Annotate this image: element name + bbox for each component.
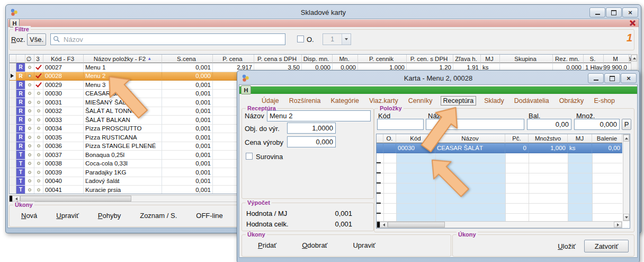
type-badge: T xyxy=(16,160,25,169)
action-button[interactable]: Upraviť xyxy=(56,212,78,220)
items-vscrollbar[interactable] xyxy=(623,134,630,221)
type-badge: T xyxy=(16,177,25,186)
tab[interactable]: Sklady xyxy=(482,97,506,105)
column-header[interactable]: Rez. mn. xyxy=(553,55,584,63)
window-title: Skladové karty xyxy=(7,8,639,16)
save-button[interactable]: Uložiť xyxy=(558,242,576,250)
minimize-button[interactable] xyxy=(589,7,605,18)
minimize-button[interactable] xyxy=(588,73,604,83)
column-header[interactable] xyxy=(16,55,25,63)
sort-arrow-icon: ▲ xyxy=(147,56,151,61)
scroll-right-icon[interactable] xyxy=(614,222,622,228)
tab[interactable]: Viaz.karty xyxy=(367,97,400,105)
tab[interactable]: E-shop xyxy=(592,97,617,105)
tab[interactable]: Dodávatelia xyxy=(512,97,551,105)
scroll-down-icon[interactable] xyxy=(623,214,629,221)
card-window-titlebar[interactable]: Karta - Menu 2, 00028 × xyxy=(239,72,638,84)
type-badge: R xyxy=(16,63,25,72)
app-icon xyxy=(241,74,249,82)
toolbar-strip: H xyxy=(239,86,637,94)
nazov-input[interactable] xyxy=(267,110,371,121)
clear-filter-icon[interactable] xyxy=(628,19,637,27)
p-button[interactable]: P xyxy=(622,119,631,130)
attachment-dot xyxy=(25,90,34,99)
page-selector[interactable]: 1 xyxy=(323,33,351,45)
cell-scena: 0,001 xyxy=(162,98,213,107)
column-header[interactable]: P. cena s DPH xyxy=(254,55,302,63)
column-header[interactable]: 3 xyxy=(34,55,43,63)
items-kod-input[interactable] xyxy=(377,119,424,130)
scroll-left-icon[interactable] xyxy=(12,196,20,202)
obj-input[interactable] xyxy=(287,123,336,134)
flag-cell xyxy=(34,98,43,107)
column-header[interactable]: P. cen. s DPH xyxy=(407,55,453,63)
column-header[interactable] xyxy=(10,55,16,63)
column-header[interactable]: S. xyxy=(584,55,604,63)
restore-button[interactable] xyxy=(604,73,620,83)
cell-nazov: Paradajky 1KG xyxy=(84,168,162,177)
action-button[interactable]: Upraviť xyxy=(353,241,375,249)
roz-link[interactable]: Roz. xyxy=(11,36,25,43)
attachment-dot xyxy=(25,107,34,116)
column-header[interactable]: O. xyxy=(383,134,396,143)
action-button[interactable]: Pridať xyxy=(258,241,276,249)
scroll-up-icon[interactable] xyxy=(623,135,629,142)
column-header[interactable]: M xyxy=(604,55,629,63)
filter-group-label: Filtre xyxy=(13,26,31,33)
row-pointer xyxy=(10,186,16,194)
tab[interactable]: Údaje xyxy=(260,97,281,105)
o-checkbox[interactable] xyxy=(297,36,304,42)
column-header[interactable]: Balenie xyxy=(592,134,622,143)
column-header[interactable]: Pč. xyxy=(505,134,529,143)
column-header[interactable]: S.cena xyxy=(162,55,213,63)
action-button[interactable]: Odobrať xyxy=(302,241,327,249)
column-header[interactable]: Zľava h. xyxy=(453,55,481,63)
items-mnoz-input[interactable] xyxy=(574,119,620,130)
scroll-thumb[interactable] xyxy=(20,196,131,202)
column-header[interactable]: Kód - F3 xyxy=(43,55,84,63)
cell-nazov: Kuracie prsia xyxy=(84,186,162,194)
close-button[interactable]: × xyxy=(622,7,638,18)
close-card-button[interactable]: Zatvoriť xyxy=(584,240,629,252)
items-bal-input[interactable] xyxy=(527,119,571,130)
cena-vyroby-input[interactable] xyxy=(287,136,336,147)
o-checkbox-label: O. xyxy=(307,36,314,43)
column-header[interactable]: P. cennik xyxy=(358,55,407,63)
column-header[interactable]: Skupina xyxy=(500,55,553,63)
column-header[interactable]: ∅ xyxy=(25,55,34,63)
scroll-up-icon[interactable] xyxy=(631,55,637,62)
action-button[interactable]: Zoznam / S. xyxy=(140,212,177,220)
action-button[interactable]: Nová xyxy=(21,212,37,220)
column-header[interactable]: P. cena xyxy=(213,55,254,63)
column-header[interactable]: MJ xyxy=(481,55,500,63)
vse-button[interactable]: Vše. xyxy=(27,33,46,46)
scroll-thumb[interactable] xyxy=(388,222,445,228)
column-header[interactable]: MJ xyxy=(568,134,592,143)
column-header[interactable]: Názov položky - F2▲ xyxy=(84,55,162,63)
flag-cell xyxy=(34,151,43,160)
cell-scena: 0,001 xyxy=(162,63,213,72)
cell-scena: 0,001 xyxy=(162,186,213,194)
tab[interactable]: Rozšírenia xyxy=(287,97,323,105)
close-button[interactable]: × xyxy=(621,73,637,83)
column-header[interactable]: Množstvo xyxy=(529,134,568,143)
search-input[interactable] xyxy=(50,33,285,45)
tab[interactable]: Obrázky xyxy=(557,97,586,105)
surovina-checkbox[interactable] xyxy=(246,153,253,160)
column-header[interactable]: Disp. mn. xyxy=(302,55,333,63)
action-button[interactable]: Pohyby xyxy=(98,212,121,220)
column-header[interactable] xyxy=(377,134,383,143)
row-pointer xyxy=(377,143,383,153)
tab[interactable]: Cenníky xyxy=(406,97,435,105)
action-button[interactable]: OFF-line xyxy=(196,212,223,220)
chevron-down-icon[interactable] xyxy=(342,34,351,45)
h-button[interactable]: H xyxy=(241,85,251,94)
items-hscrollbar[interactable] xyxy=(377,221,622,228)
column-header[interactable]: Mn. xyxy=(333,55,358,63)
cell-mj: ks xyxy=(568,143,592,153)
scroll-left-icon[interactable] xyxy=(380,222,388,228)
row-pointer xyxy=(10,160,16,169)
tab[interactable]: Kategórie xyxy=(328,97,361,105)
stock-window-titlebar[interactable]: Skladové karty × xyxy=(7,6,639,19)
restore-button[interactable] xyxy=(606,7,622,18)
